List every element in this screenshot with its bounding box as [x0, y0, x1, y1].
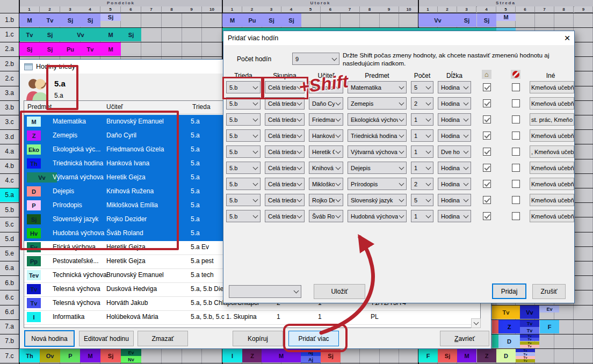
row-count-dropdown[interactable]: 1 [411, 210, 433, 222]
row-subject-dropdown[interactable]: Zemepis [348, 97, 407, 110]
row-class-dropdown[interactable]: 5.b [226, 162, 261, 174]
timetable-cell[interactable]: Ov [40, 349, 60, 362]
period-number[interactable]: 10 [202, 6, 222, 13]
forbidden-checkbox[interactable] [512, 164, 520, 172]
timetable-cell[interactable]: Vv [418, 13, 457, 27]
timetable-cell[interactable]: Tv [19, 28, 40, 41]
save-button[interactable]: Uložiť [314, 284, 365, 299]
row-label-6.a[interactable]: 6.a [0, 261, 19, 275]
row-subject-dropdown[interactable]: Triednická hodina [348, 129, 407, 142]
row-label-4.a[interactable]: 4.a [0, 144, 19, 158]
timetable-cell[interactable]: Sj [19, 42, 40, 56]
row-other-button[interactable]: Kmeňová učebňa [530, 97, 574, 110]
edit-lesson-button[interactable]: Editovať hodinu [79, 331, 134, 346]
row-teacher-dropdown[interactable]: Hanková I [309, 129, 343, 142]
period-number[interactable]: 3 [60, 6, 81, 13]
row-group-dropdown[interactable]: Celá trieda [265, 162, 305, 174]
timetable-cell[interactable]: M [100, 28, 121, 41]
timetable-cell[interactable]: Sj [100, 349, 121, 362]
row-subject-dropdown[interactable]: Výtvarná výchova [348, 145, 407, 158]
close-dialog-button[interactable]: Zavrieť [440, 331, 489, 346]
timetable-cell[interactable]: M [80, 349, 100, 362]
home-classroom-checkbox[interactable] [483, 180, 491, 188]
row-teacher-dropdown[interactable]: Daňo Cyri [309, 97, 343, 110]
row-subject-dropdown[interactable]: Prírodopis [348, 178, 407, 190]
home-classroom-checkbox[interactable] [483, 164, 491, 172]
row-group-dropdown[interactable]: Celá trieda [265, 129, 305, 142]
timetable-cell[interactable]: Ev [540, 305, 559, 312]
timetable-cell[interactable]: Z [242, 349, 262, 362]
row-label-5.a[interactable]: 5.a [0, 188, 19, 202]
row-label-6.d[interactable]: 6.d [0, 305, 19, 319]
scrollbar-down-button[interactable] [471, 318, 481, 328]
timetable-cell[interactable]: Sj [80, 13, 100, 27]
forbidden-checkbox[interactable] [512, 99, 520, 107]
timetable-cell[interactable]: F [540, 320, 559, 333]
row-length-dropdown[interactable]: Hodina [438, 81, 471, 93]
period-number[interactable]: 9 [182, 6, 202, 13]
forbidden-checkbox[interactable] [512, 148, 520, 156]
row-other-button[interactable]: Kmeňová učebňa [530, 194, 574, 206]
period-number[interactable]: 4 [477, 6, 496, 13]
row-teacher-dropdown[interactable]: Heretik Ge [309, 145, 343, 158]
timetable-cell[interactable]: Nv [121, 356, 141, 363]
timetable-cell[interactable]: Sj [40, 28, 60, 41]
period-number[interactable]: 4 [281, 6, 301, 13]
period-number[interactable]: 2 [40, 6, 60, 13]
timetable-cell[interactable]: Sj [457, 13, 476, 27]
row-count-dropdown[interactable]: 1 [411, 162, 433, 174]
forbidden-checkbox[interactable] [512, 196, 520, 204]
home-classroom-checkbox[interactable] [483, 83, 491, 91]
row-label-4.c[interactable]: 4.c [0, 173, 19, 187]
timetable-cell[interactable]: Sj [40, 42, 60, 56]
row-count-dropdown[interactable]: 1 [411, 145, 433, 158]
row-class-dropdown[interactable]: 5.b [226, 194, 261, 206]
timetable-cell[interactable]: M [496, 13, 516, 21]
home-classroom-checkbox[interactable] [483, 132, 491, 140]
timetable-cell[interactable]: Tv [520, 338, 539, 341]
period-number[interactable]: 8 [554, 6, 574, 13]
row-label-5.b[interactable]: 5.b [0, 203, 19, 217]
period-number[interactable]: 2 [242, 6, 262, 13]
row-subject-dropdown[interactable]: Ekologická výchov [348, 113, 407, 126]
row-label-4.b[interactable]: 4.b [0, 159, 19, 173]
timetable-cell[interactable]: Sj [121, 28, 141, 41]
timetable-cell[interactable]: Tv [40, 13, 60, 27]
row-label-3.d[interactable]: 3.d [0, 130, 19, 144]
row-length-dropdown[interactable]: Dve ho [438, 145, 471, 158]
lesson-row[interactable]: IInformatikaHolúbeková Mária5.a, 5.b, 5.… [24, 310, 480, 325]
row-label-7.b[interactable]: 7.b [0, 334, 19, 348]
forbidden-checkbox[interactable] [512, 115, 520, 123]
row-other-button[interactable]: Kmeňová učebňa [530, 178, 574, 190]
row-label-5.c[interactable]: 5.c [0, 217, 19, 231]
row-class-dropdown[interactable]: 5.b [226, 113, 261, 126]
timetable-cell[interactable]: Tv [516, 359, 535, 362]
row-label-3.a[interactable]: 3.a [0, 86, 19, 100]
timetable-cell[interactable] [492, 320, 498, 333]
period-number[interactable]: 2 [438, 6, 457, 13]
column-header-trieda[interactable]: Trieda [192, 103, 211, 111]
timetable-cell[interactable]: M [19, 13, 40, 27]
period-number[interactable]: 6 [121, 6, 141, 13]
forbidden-checkbox[interactable] [512, 180, 520, 188]
delete-button[interactable]: Zmazať [138, 331, 188, 346]
row-length-dropdown[interactable]: Hodina [438, 129, 471, 142]
row-label-1.b[interactable]: 1.b [0, 13, 19, 27]
row-label-2.b[interactable]: 2.b [0, 57, 19, 71]
row-other-button[interactable]: Kmeňová učebňa [530, 162, 574, 174]
period-number[interactable]: 4 [80, 6, 100, 13]
close-icon[interactable]: × [561, 32, 574, 45]
row-teacher-dropdown[interactable]: Friedmanc [309, 113, 343, 126]
column-header-ucitel[interactable]: Učiteľ [106, 103, 123, 111]
period-number[interactable]: 1 [418, 6, 438, 13]
lesson-count-dropdown[interactable]: 9 [292, 53, 339, 65]
forbidden-checkbox[interactable] [512, 83, 520, 91]
period-number[interactable]: 6 [516, 6, 535, 13]
timetable-cell[interactable]: Sj [281, 13, 301, 27]
row-length-dropdown[interactable]: Hodina [438, 194, 471, 206]
row-teacher-dropdown[interactable]: Šváb Rola [309, 210, 343, 222]
timetable-cell[interactable]: Tv [516, 349, 535, 352]
timetable-cell[interactable] [492, 334, 498, 348]
row-count-dropdown[interactable]: 5 [411, 194, 433, 206]
period-number[interactable]: 7 [340, 6, 360, 13]
